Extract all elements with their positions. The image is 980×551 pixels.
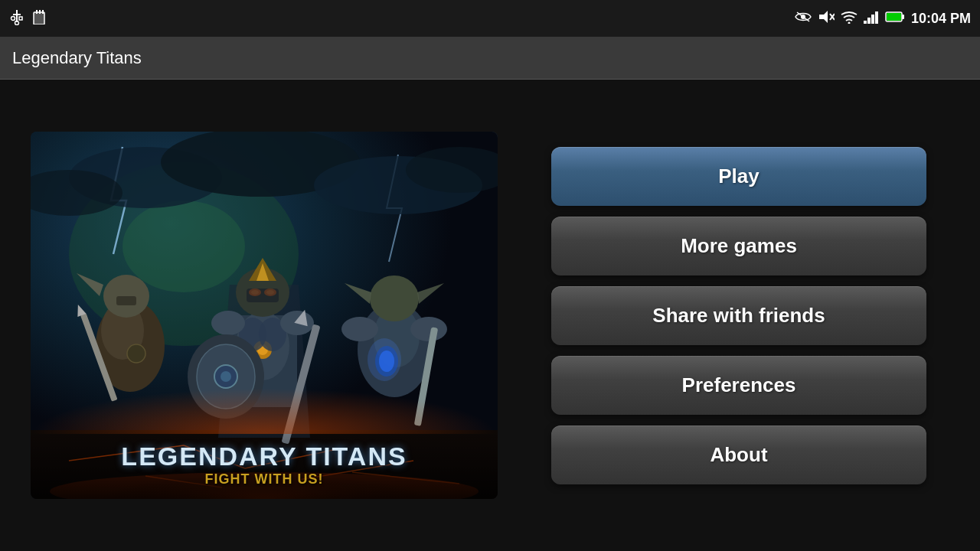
svg-point-14 xyxy=(848,22,850,24)
svg-rect-18 xyxy=(875,11,878,24)
game-title-sub: FIGHT WITH US! xyxy=(205,471,324,487)
buttons-area: Play More games Share with friends Prefe… xyxy=(528,147,949,484)
svg-rect-15 xyxy=(864,21,867,24)
game-title-area: LEGENDARY TITANS FIGHT WITH US! xyxy=(31,430,498,499)
svg-point-67 xyxy=(220,371,231,382)
svg-rect-3 xyxy=(19,17,22,20)
action-bar: Legendary Titans xyxy=(0,37,980,80)
about-button[interactable]: About xyxy=(551,425,926,484)
svg-rect-7 xyxy=(39,10,41,14)
svg-rect-5 xyxy=(34,12,44,24)
status-left-icons xyxy=(9,8,46,29)
main-content: LEGENDARY TITANS FIGHT WITH US! Play Mor… xyxy=(0,80,980,551)
svg-point-46 xyxy=(127,344,145,363)
status-bar: 10:04 PM xyxy=(0,0,980,37)
svg-rect-20 xyxy=(902,15,904,19)
play-button[interactable]: Play xyxy=(551,147,926,206)
signal-icon xyxy=(864,10,879,27)
svg-rect-21 xyxy=(887,13,901,21)
svg-rect-17 xyxy=(871,15,874,24)
more-games-button[interactable]: More games xyxy=(551,217,926,276)
svg-rect-8 xyxy=(42,10,44,14)
app-title: Legendary Titans xyxy=(12,48,142,68)
share-button[interactable]: Share with friends xyxy=(551,286,926,345)
svg-rect-43 xyxy=(116,296,136,305)
svg-point-78 xyxy=(341,317,378,341)
svg-point-79 xyxy=(410,317,447,341)
svg-rect-16 xyxy=(867,18,871,24)
svg-point-24 xyxy=(122,201,245,292)
preferences-button[interactable]: Preferences xyxy=(551,356,926,415)
game-title-main: LEGENDARY TITANS xyxy=(121,442,407,471)
game-image: LEGENDARY TITANS FIGHT WITH US! xyxy=(31,132,498,499)
battery-icon xyxy=(885,10,905,27)
svg-point-4 xyxy=(15,21,19,24)
status-right-icons: 10:04 PM xyxy=(795,9,971,28)
usb-icon xyxy=(9,8,24,29)
ground-glow xyxy=(31,388,498,434)
svg-point-54 xyxy=(211,311,245,335)
mute-icon xyxy=(818,9,835,28)
svg-rect-63 xyxy=(247,289,279,302)
svg-rect-6 xyxy=(36,10,38,14)
svg-point-2 xyxy=(11,16,15,20)
svg-point-74 xyxy=(368,338,401,381)
wifi-icon xyxy=(841,10,858,27)
svg-point-75 xyxy=(370,276,419,321)
sd-icon xyxy=(32,9,46,28)
status-time: 10:04 PM xyxy=(911,11,971,27)
eye-icon xyxy=(795,11,812,26)
svg-marker-11 xyxy=(819,11,828,23)
